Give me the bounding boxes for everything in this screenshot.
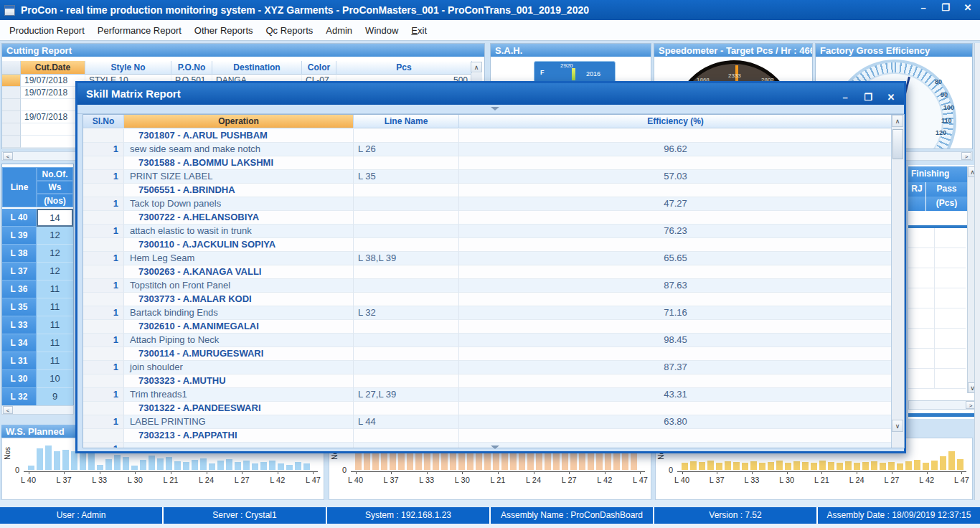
line-name-cell[interactable]: L 32: [2, 388, 37, 406]
table-row[interactable]: 7301807 - A.ARUL PUSHBAM: [83, 129, 892, 143]
col-header-operation[interactable]: Operation: [124, 115, 354, 128]
line-name-cell[interactable]: L 30: [2, 370, 37, 388]
ws-count-cell[interactable]: 9: [37, 388, 73, 406]
row-selector[interactable]: [2, 123, 21, 136]
table-row[interactable]: 1sew side seam and make notchL 2696.62: [83, 143, 892, 156]
ws-count-cell[interactable]: 12: [37, 245, 73, 263]
menu-item-performance-report[interactable]: Performance Report: [91, 25, 188, 36]
table-row[interactable]: 1Bartack binding EndsL 3271.16: [83, 306, 892, 320]
scroll-up-icon[interactable]: ∧: [892, 115, 903, 127]
menu-item-production-report[interactable]: Production Report: [3, 25, 91, 36]
skill-matrix-report-dialog: Skill Matrix Report – ❐ ✕ Sl.No Operatio…: [75, 81, 906, 453]
table-row[interactable]: 7301588 - A.BOMMU LAKSHMI: [83, 156, 892, 170]
table-row[interactable]: 7300722 - A.HELANSOBIYA: [83, 211, 892, 225]
table-row[interactable]: 7506551 - A.BRINDHA: [83, 184, 892, 197]
row-selector[interactable]: [2, 111, 21, 123]
bar: [398, 451, 405, 470]
cell-slno: 1: [83, 197, 124, 211]
table-row[interactable]: 1PRINT SIZE LABELL 3557.03: [83, 170, 892, 184]
table-row[interactable]: [908, 329, 966, 349]
ws-count-cell[interactable]: 11: [37, 316, 73, 334]
table-row[interactable]: 1LABEL PRINTINGL 4463.80: [83, 415, 892, 429]
maximize-button[interactable]: ❐: [939, 2, 952, 13]
table-row[interactable]: 7300110 - A.JACKULIN SOPIYA: [83, 238, 892, 252]
ws-count-cell[interactable]: 10: [37, 370, 73, 388]
col-header-slno[interactable]: Sl.No: [83, 115, 124, 128]
line-name-cell[interactable]: L 34: [2, 334, 37, 352]
ws-count-cell[interactable]: 12: [37, 227, 73, 245]
line-name-cell[interactable]: L 37: [2, 263, 37, 280]
table-row[interactable]: [908, 288, 966, 308]
row-selector[interactable]: [2, 75, 21, 87]
table-row[interactable]: 1Attach Piping to Neck98.45: [83, 334, 892, 347]
ws-count-cell[interactable]: 11: [37, 352, 73, 370]
row-selector[interactable]: [2, 136, 21, 148]
ws-count-cell[interactable]: 11: [37, 280, 73, 298]
cutting-col-header-color[interactable]: Color: [302, 61, 336, 75]
line-name-cell[interactable]: L 38: [2, 245, 37, 263]
table-row[interactable]: [908, 349, 966, 369]
table-row[interactable]: 7303323 - A.MUTHU: [83, 374, 892, 388]
cutting-col-header-p-o-no[interactable]: P.O.No: [171, 61, 212, 75]
ws-count-cell[interactable]: 14: [37, 209, 73, 227]
finishing-horizontal-scrollbar[interactable]: >: [908, 400, 977, 410]
minimize-button[interactable]: –: [917, 2, 930, 13]
bar: [441, 451, 448, 470]
scroll-right-icon[interactable]: >: [961, 152, 971, 160]
cutting-col-header-cut-date[interactable]: Cut.Date: [21, 61, 85, 75]
table-row[interactable]: 1Topstitch on Front Panel87.63: [83, 279, 892, 293]
menu-item-exit[interactable]: Exit: [405, 25, 433, 36]
table-row[interactable]: 7302610 - A.MANIMEGALAI: [83, 320, 892, 334]
table-row[interactable]: 1Trim threads1L 27,L 3943.31: [83, 388, 892, 402]
ws-count-cell[interactable]: 11: [37, 298, 73, 316]
cutting-scroll-up-icon[interactable]: ∧: [471, 62, 482, 72]
table-row[interactable]: 7303773 - A.MALAR KODI: [83, 293, 892, 306]
line-name-cell[interactable]: L 35: [2, 298, 37, 316]
menu-item-other-reports[interactable]: Other Reports: [188, 25, 260, 36]
dialog-splitter[interactable]: [77, 105, 904, 114]
menu-item-window[interactable]: Window: [359, 25, 405, 36]
line-table-horizontal-scrollbar[interactable]: <: [1, 405, 74, 415]
table-row[interactable]: 1: [83, 443, 892, 448]
table-row[interactable]: 7301322 - A.PANDEESWARI: [83, 402, 892, 415]
ws-count-cell[interactable]: 11: [37, 334, 73, 352]
line-name-cell[interactable]: L 31: [2, 352, 37, 370]
scroll-down-icon[interactable]: ∨: [892, 420, 903, 432]
table-row[interactable]: 1Hem Leg SeamL 38,L 3965.65: [83, 252, 892, 265]
line-name-cell[interactable]: L 36: [2, 280, 37, 298]
table-row[interactable]: [908, 248, 966, 268]
cutting-col-header-destination[interactable]: Destination: [212, 61, 302, 75]
table-row[interactable]: [908, 308, 966, 329]
bar: [545, 451, 551, 470]
table-row[interactable]: 1join shoulder87.37: [83, 361, 892, 374]
menu-item-admin[interactable]: Admin: [319, 25, 359, 36]
scroll-left-icon[interactable]: <: [3, 152, 13, 160]
table-row[interactable]: 7300114 - A.MURUGESWARI: [83, 347, 892, 361]
window-right-scrollbar[interactable]: [974, 43, 980, 500]
table-row[interactable]: 1Tack top Down panels47.27: [83, 197, 892, 211]
close-button[interactable]: ✕: [961, 2, 974, 13]
line-name-cell[interactable]: L 39: [2, 227, 37, 245]
table-row[interactable]: 7300263 - A.KANAGA VALLI: [83, 265, 892, 279]
table-row[interactable]: [908, 268, 966, 288]
cutting-col-header-style-no[interactable]: Style No: [85, 61, 171, 75]
table-row[interactable]: 7303213 - A.PAPPATHI: [83, 429, 892, 443]
col-header-line-name[interactable]: Line Name: [354, 115, 459, 128]
menu-item-qc-reports[interactable]: Qc Reports: [260, 25, 320, 36]
col-header-efficiency[interactable]: Efficiency (%): [459, 115, 892, 128]
x-tick-label: L 24: [199, 473, 214, 484]
scroll-left-icon[interactable]: <: [3, 406, 13, 414]
cutting-col-header-pcs[interactable]: Pcs: [336, 61, 472, 75]
table-row[interactable]: 1attach elastic to wasit in trunk76.23: [83, 225, 892, 238]
ws-count-cell[interactable]: 12: [37, 263, 73, 280]
table-row[interactable]: [908, 369, 966, 389]
dialog-title-bar[interactable]: Skill Matrix Report – ❐ ✕: [77, 83, 904, 105]
line-name-cell[interactable]: L 33: [2, 316, 37, 334]
row-selector[interactable]: [2, 99, 21, 111]
scrollbar-thumb[interactable]: [892, 129, 903, 159]
grid-vertical-scrollbar[interactable]: ∧ ∨: [891, 115, 904, 448]
dialog-bottom-splitter[interactable]: [77, 448, 904, 451]
row-selector[interactable]: [2, 87, 21, 99]
table-row[interactable]: [908, 228, 966, 248]
line-name-cell[interactable]: L 40: [2, 209, 37, 227]
